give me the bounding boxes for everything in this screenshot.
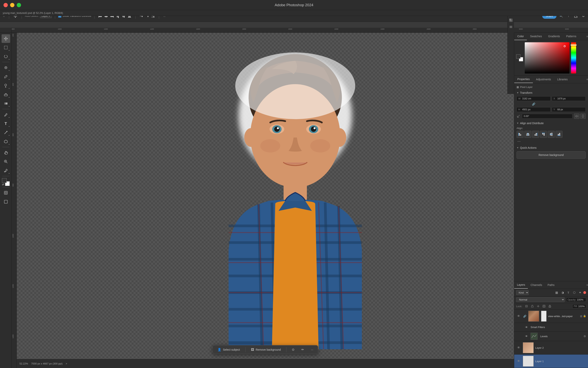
filter-shape-icon[interactable]: ⬡ (572, 290, 577, 295)
ruler-mark: 2400 (380, 28, 384, 30)
tab-paths[interactable]: Paths (545, 281, 557, 288)
eyedropper-tool[interactable]: ▾ (1, 166, 10, 175)
fg-bg-swatch-pair[interactable] (516, 54, 523, 61)
quick-actions-header[interactable]: ▼ Quick Actions (517, 146, 586, 149)
swap-colors-icon[interactable]: ⇄ (2, 183, 4, 186)
color-swatch-pair[interactable]: ⇄ (2, 178, 10, 186)
tab-color[interactable]: Color (514, 33, 527, 40)
clone-stamp-tool[interactable]: ▾ (1, 81, 10, 90)
dimensions-text: 7000 px x 4667 px (300 ppi) (31, 362, 62, 365)
tab-libraries[interactable]: Libraries (554, 76, 571, 83)
lock-artboard-button[interactable] (542, 304, 546, 309)
quick-mask-button[interactable] (1, 188, 10, 197)
layer-visibility-toggle-1[interactable]: 👁 (516, 314, 521, 319)
color-panel-collapse[interactable]: ≡ (587, 35, 588, 38)
spectrum-dot (564, 45, 566, 47)
lock-transparent-pixels-button[interactable] (524, 304, 529, 309)
filter-active-indicator (583, 291, 586, 294)
tab-properties[interactable]: Properties (514, 76, 533, 83)
layer-visibility-toggle-3[interactable]: 👁 (516, 359, 521, 364)
hue-slider[interactable] (571, 42, 576, 74)
healing-brush-tool[interactable]: ▾ (1, 63, 10, 72)
align-horizontal-centers-button[interactable] (524, 131, 531, 138)
more-status-arrow[interactable]: > (66, 362, 67, 365)
layer-visibility-toggle-2[interactable]: 👁 (516, 345, 521, 350)
y-input[interactable] (557, 108, 584, 111)
opacity-value[interactable]: 100% (577, 298, 585, 301)
remove-background-qa-button[interactable]: Remove background (517, 151, 586, 159)
remove-background-button[interactable]: 🖼 Remove background (249, 347, 282, 352)
shape-tool[interactable]: ▾ (1, 137, 10, 146)
height-input[interactable] (522, 108, 549, 111)
align-left-edges-button[interactable] (517, 131, 524, 138)
more-qa-button[interactable]: ··· (309, 347, 315, 352)
tab-channels[interactable]: Channels (528, 281, 545, 288)
filter-smart-icon[interactable]: ✦ (578, 290, 583, 295)
layer-item-layer2[interactable]: 👁 Layer 2 (514, 341, 588, 355)
layer-item-layer1[interactable]: 👁 Layer 1 (514, 355, 588, 368)
close-button[interactable] (3, 3, 8, 7)
tab-layers[interactable]: Layers (514, 281, 528, 289)
svg-rect-28 (4, 46, 7, 49)
layer-item-smart-filters[interactable]: 👁 Smart Filters (514, 323, 588, 331)
hue-handle (570, 45, 577, 46)
flip-vertical-button[interactable] (580, 113, 586, 119)
link-proportions-button[interactable]: 🔗 (532, 102, 535, 106)
more-align-button[interactable]: ··· (517, 138, 521, 144)
select-subject-button[interactable]: 👤 Select subject (216, 347, 241, 352)
filter-pixel-icon[interactable]: ▦ (554, 290, 559, 295)
align-top-edges-button[interactable] (540, 131, 547, 138)
svg-point-52 (274, 127, 279, 132)
lock-position-button[interactable] (536, 304, 541, 309)
zoom-tool[interactable] (1, 157, 10, 166)
text-tool[interactable]: T ▾ (1, 119, 10, 128)
hand-tool[interactable] (1, 148, 10, 157)
mask-button[interactable]: ⊙ (290, 347, 296, 352)
angle-input[interactable] (524, 115, 535, 118)
path-selection-tool[interactable]: ▾ (1, 128, 10, 137)
brush-tool[interactable]: ▾ (1, 72, 10, 81)
align-right-edges-button[interactable] (532, 131, 539, 138)
align-vertical-centers-button[interactable] (548, 131, 555, 138)
screen-mode-button[interactable] (1, 197, 10, 206)
lasso-tool[interactable]: ▾ (1, 52, 10, 61)
foreground-color-swatch[interactable] (2, 178, 7, 183)
pen-tool[interactable]: ▾ (1, 110, 10, 119)
tab-swatches[interactable]: Swatches (527, 33, 545, 40)
edit-button[interactable]: ✏ (300, 347, 306, 352)
props-panel-collapse[interactable]: ≡ (587, 78, 588, 81)
gradient-tool[interactable]: ▾ (1, 99, 10, 108)
layer-visibility-toggle-sf[interactable]: 👁 (524, 325, 529, 330)
flip-horizontal-button[interactable] (574, 113, 579, 119)
filter-type-icon[interactable]: T (566, 290, 571, 295)
transform-header[interactable]: ▼ Transform (517, 91, 586, 94)
tab-gradients[interactable]: Gradients (545, 33, 563, 40)
blend-mode-select[interactable]: Normal (516, 297, 565, 302)
layer-visibility-toggle-levels[interactable]: 👁 (524, 334, 529, 339)
fill-value[interactable]: 100% (578, 305, 585, 308)
maximize-button[interactable] (17, 3, 21, 7)
rectangular-marquee-tool[interactable]: ▾ (1, 43, 10, 52)
canvas-area[interactable]: 👤 Select subject 🖼 Remove background ⊙ (17, 33, 514, 359)
layer-item-view-white[interactable]: 👁 🔗 view-white...led-paper ⊞ 🔒 (514, 310, 588, 323)
eraser-tool[interactable]: ▾ (1, 90, 10, 99)
align-bottom-edges-button[interactable] (555, 131, 562, 138)
lock-all-button[interactable] (547, 304, 552, 309)
filter-kind-select[interactable]: Kind (516, 290, 529, 295)
minimize-button[interactable] (10, 3, 14, 7)
tab-patterns[interactable]: Patterns (563, 33, 579, 40)
svg-rect-68 (518, 133, 520, 134)
filter-adjustment-icon[interactable]: ◑ (560, 290, 565, 295)
color-spectrum[interactable] (525, 42, 570, 74)
fg-swatch[interactable] (516, 54, 520, 59)
tab-adjustments[interactable]: Adjustments (533, 76, 554, 83)
x-input[interactable] (557, 97, 584, 100)
lock-image-pixels-button[interactable] (530, 304, 535, 309)
layer-name-levels: Levels (540, 335, 582, 338)
layer-item-levels[interactable]: 👁 Levels ⚙ (514, 331, 588, 341)
align-header[interactable]: ▼ Align and Distribute (517, 122, 586, 125)
width-input[interactable] (522, 97, 549, 100)
layers-panel-collapse[interactable]: ≡ (587, 283, 588, 286)
svg-point-32 (5, 84, 7, 86)
move-tool[interactable] (1, 34, 10, 43)
